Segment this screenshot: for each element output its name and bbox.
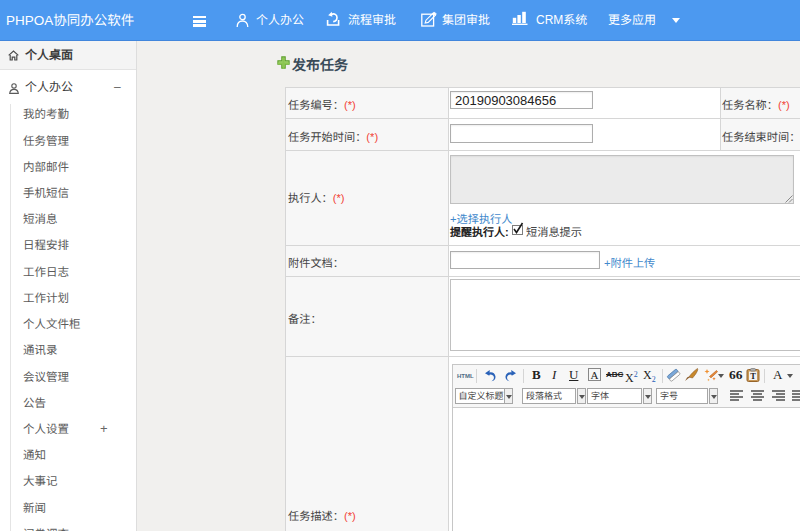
- svg-text:T: T: [750, 371, 756, 381]
